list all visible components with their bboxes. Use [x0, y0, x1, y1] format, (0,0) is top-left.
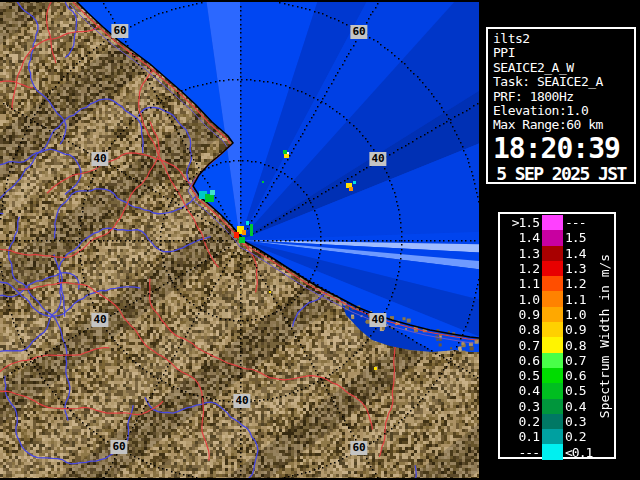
legend-row: 0.60.7 — [502, 353, 607, 368]
range-ring-label: 40 — [369, 313, 386, 327]
radar-echo — [287, 152, 289, 154]
range-ring-label: 40 — [91, 313, 108, 327]
legend-color-swatch — [542, 429, 563, 444]
clock-date: 5 SEP 2025 JST — [493, 164, 629, 184]
info-line: PPI — [493, 46, 629, 60]
radar-info-panel: ilts2PPISEAICE2_A_WTask: SEAICE2_APRF: 1… — [486, 27, 636, 184]
info-line: Max Range:60 km — [493, 118, 629, 132]
info-line: Task: SEAICE2_A — [493, 75, 629, 89]
radar-echo — [246, 221, 249, 225]
legend-row: 1.11.2 — [502, 276, 607, 291]
legend-color-swatch — [542, 307, 563, 322]
legend-right-label: 1.5 — [563, 230, 607, 245]
legend-row: 0.30.4 — [502, 399, 607, 414]
legend-color-swatch — [542, 383, 563, 398]
range-ring-label: 60 — [111, 24, 128, 38]
legend-left-label: 0.1 — [502, 429, 539, 444]
legend-row: 1.01.1 — [502, 291, 607, 306]
legend-left-label: 0.2 — [502, 414, 539, 429]
legend-left-label: 0.4 — [502, 383, 539, 398]
radar-echo — [349, 187, 353, 191]
legend-color-swatch — [542, 399, 563, 414]
radar-echo — [262, 181, 264, 183]
legend-left-label: 1.0 — [502, 292, 539, 307]
legend-title: Spectrum Width in m/s — [597, 253, 612, 417]
info-line: PRF: 1800Hz — [493, 90, 629, 104]
legend-color-swatch — [542, 230, 563, 245]
clock-time: 18:20:39 — [493, 134, 629, 164]
legend-color-swatch — [542, 444, 563, 459]
legend-left-label: 0.7 — [502, 338, 539, 353]
legend-color-swatch — [542, 322, 563, 337]
range-ring-label: 40 — [91, 152, 108, 166]
legend-left-label: 0.5 — [502, 368, 539, 383]
radar-info-lines: ilts2PPISEAICE2_A_WTask: SEAICE2_APRF: 1… — [493, 32, 629, 133]
legend-left-label: >1.5 — [502, 215, 539, 230]
legend-left-label: --- — [502, 445, 539, 460]
spectrum-width-legend: >1.5---1.41.51.31.41.21.31.11.21.01.10.9… — [498, 212, 616, 459]
radar-echo — [353, 181, 356, 184]
legend-left-label: 0.3 — [502, 399, 539, 414]
legend-left-label: 1.4 — [502, 230, 539, 245]
info-line: ilts2 — [493, 32, 629, 46]
legend-right-label: --- — [563, 215, 607, 230]
range-ring-label: 60 — [350, 441, 367, 455]
legend-color-swatch — [542, 291, 563, 306]
legend-row: >1.5--- — [502, 215, 607, 230]
legend-color-swatch — [542, 337, 563, 352]
range-ring-label: 40 — [233, 394, 250, 408]
legend-left-label: 1.2 — [502, 261, 539, 276]
legend-row: 0.20.3 — [502, 414, 607, 429]
range-ring-label: 40 — [369, 152, 386, 166]
legend-left-label: 0.8 — [502, 322, 539, 337]
legend-left-label: 1.1 — [502, 276, 539, 291]
legend-row: 1.41.5 — [502, 230, 607, 245]
legend-color-swatch — [542, 246, 563, 261]
radar-echo — [242, 230, 246, 235]
legend-color-swatch — [542, 215, 563, 230]
legend-color-swatch — [542, 414, 563, 429]
radar-echo — [205, 194, 214, 202]
radar-echo — [374, 367, 377, 370]
info-line: SEAICE2_A_W — [493, 61, 629, 75]
legend-row: ---<0.1 — [502, 444, 607, 459]
legend-row: 1.21.3 — [502, 261, 607, 276]
legend-color-swatch — [542, 353, 563, 368]
info-line: Elevation:1.0 — [493, 104, 629, 118]
legend-color-swatch — [542, 276, 563, 291]
legend-row: 0.70.8 — [502, 337, 607, 352]
legend-color-scale: >1.5---1.41.51.31.41.21.31.11.21.01.10.9… — [502, 215, 607, 460]
legend-left-label: 0.9 — [502, 307, 539, 322]
radar-echo — [250, 224, 253, 236]
radar-echo — [284, 154, 289, 158]
legend-row: 0.40.5 — [502, 383, 607, 398]
radar-echo — [239, 237, 245, 243]
legend-right-label: <0.1 — [563, 445, 607, 460]
legend-left-label: 0.6 — [502, 353, 539, 368]
radar-display-screen: 606040404040406060 ilts2PPISEAICE2_A_WTa… — [0, 0, 640, 480]
radar-echo — [210, 190, 215, 195]
radar-echo — [269, 291, 271, 293]
legend-row: 0.80.9 — [502, 322, 607, 337]
range-ring-label: 60 — [350, 25, 367, 39]
legend-left-label: 1.3 — [502, 246, 539, 261]
range-ring-label: 60 — [110, 440, 127, 454]
legend-row: 0.91.0 — [502, 307, 607, 322]
legend-row: 0.10.2 — [502, 429, 607, 444]
legend-color-swatch — [542, 261, 563, 276]
legend-row: 1.31.4 — [502, 246, 607, 261]
legend-color-swatch — [542, 368, 563, 383]
legend-right-label: 0.2 — [563, 429, 607, 444]
legend-row: 0.50.6 — [502, 368, 607, 383]
